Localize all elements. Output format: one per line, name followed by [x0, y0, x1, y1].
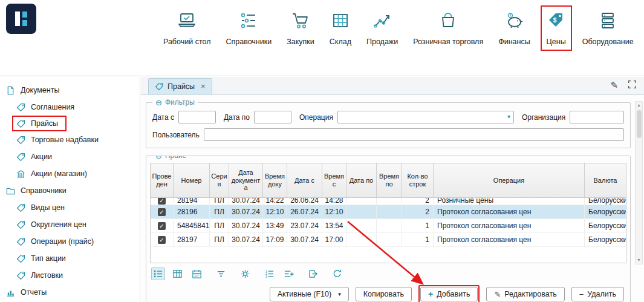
operation-select[interactable]: ▾ [337, 111, 514, 123]
nav-item-retail[interactable]: Розничная торговля [411, 7, 486, 48]
nav-label: Финансы [498, 38, 530, 46]
sidebar-item-leaflets[interactable]: Листовки [0, 267, 140, 284]
nav-item-prices[interactable]: Цены [541, 5, 572, 51]
sidebar-item-agreements[interactable]: Соглашения [0, 99, 140, 116]
sidebar-item-price-operations[interactable]: Операции (прайс) [0, 233, 140, 250]
scrollbar-thumb[interactable] [637, 110, 642, 138]
tab-bar: Прайсы × ✎ [141, 77, 644, 95]
sidebar-item-promotions[interactable]: Акции [0, 148, 140, 165]
user-input[interactable] [204, 128, 624, 141]
piggy-bank-icon [503, 9, 525, 32]
checkbox-checked[interactable]: ✓ [158, 198, 166, 205]
copy-button[interactable]: Копировать [356, 287, 412, 301]
cell-number: 28197 [174, 233, 210, 246]
collapse-icon[interactable]: ⊖ [155, 156, 162, 160]
col-header-series[interactable]: Серия [210, 163, 229, 197]
cart-icon [290, 9, 311, 32]
edit-button[interactable]: ✎ Редактировать [486, 287, 564, 301]
export-icon[interactable] [306, 268, 320, 280]
col-header-currency[interactable]: Валюта [585, 163, 626, 197]
desktop-icon [176, 9, 198, 32]
col-header-operation[interactable]: Операция [434, 163, 585, 197]
sidebar-item-label: Листовки [31, 271, 63, 280]
cell-currency: Белорусский Г [585, 219, 626, 232]
nav-label: Розничная торговля [413, 38, 483, 46]
sidebar-item-label: Прайсы [31, 119, 58, 128]
nav-item-sales[interactable]: Продажи [364, 7, 400, 48]
checkbox-checked[interactable]: ✓ [158, 208, 166, 216]
active-filter-select[interactable]: Активные (F10) ▾ [270, 287, 349, 301]
cell-number: 28194 [174, 198, 210, 205]
sidebar-item-label: Отчеты [21, 288, 47, 297]
delete-button[interactable]: − Удалить [571, 287, 624, 301]
nav-item-catalogs[interactable]: Справочники [223, 7, 274, 48]
fullscreen-icon[interactable] [628, 80, 637, 91]
sidebar-item-promotions-store[interactable]: Акции (магазин) [0, 165, 140, 182]
table-row-selected[interactable]: ✓ 28196 ПЛ 30.07.24 12:10 26.07.24 12:10… [151, 205, 626, 219]
sidebar-item-price-rounding[interactable]: Округления цен [0, 216, 140, 233]
sidebar-item-catalogs[interactable]: Справочники [0, 182, 140, 199]
col-header-time-from[interactable]: Время с [322, 163, 346, 197]
sidebar-item-price-types[interactable]: Виды цен [0, 199, 140, 216]
cell-date-to [346, 233, 377, 246]
organization-input[interactable] [570, 111, 624, 123]
cell-time-from: 14:28 [322, 198, 346, 205]
view-list-icon[interactable] [151, 268, 165, 280]
settings-gear-icon[interactable] [238, 268, 252, 280]
nav-item-desktop[interactable]: Рабочий стол [161, 7, 213, 48]
sidebar-item-documents[interactable]: Документы [0, 82, 140, 99]
sidebar-item-trade-markups[interactable]: Торговые надбавки [0, 131, 140, 148]
tag-icon [16, 136, 25, 145]
nav-item-purchases[interactable]: Закупки [284, 7, 317, 48]
nav-label: Рабочий стол [163, 38, 210, 46]
checkbox-checked[interactable]: ✓ [158, 236, 166, 244]
sidebar-item-reports[interactable]: Отчеты [0, 284, 140, 301]
date-to-input[interactable] [254, 111, 291, 123]
filter-icon[interactable] [214, 268, 228, 280]
col-header-number[interactable]: Номер [174, 163, 210, 197]
add-button[interactable]: + Добавить [420, 287, 478, 301]
nav-item-equipment[interactable]: Оборудование [580, 7, 636, 48]
sidebar-item-pricelists[interactable]: Прайсы [12, 116, 67, 131]
checkbox-checked[interactable]: ✓ [158, 222, 166, 230]
edit-pencil-icon[interactable]: ✎ [610, 80, 618, 91]
refresh-icon[interactable] [330, 268, 344, 280]
catalog-list-icon [238, 9, 259, 32]
calendar-icon[interactable] [190, 268, 204, 280]
scroll-up-icon[interactable]: ▲ [636, 102, 642, 109]
cell-series: ПЛ [210, 198, 229, 205]
col-header-row-count[interactable]: Кол-во строк [402, 163, 434, 197]
table-row[interactable]: ✓ 28194 ПЛ 30.07.24 14:22 26.06.24 14:28… [151, 198, 626, 205]
col-header-date-to[interactable]: Дата по [346, 163, 377, 197]
cell-date-from: 26.06.24 [287, 198, 322, 205]
table-row[interactable]: ✓ 28197 ПЛ 30.07.24 17:09 30.07.24 17:00… [151, 233, 626, 247]
nav-item-finance[interactable]: Финансы [496, 7, 532, 48]
app-window: Рабочий стол Справочники Закупки Склад П… [0, 0, 644, 302]
documents-icon [6, 86, 15, 95]
cell-doc-date: 30.07.24 [229, 198, 263, 205]
plus-icon: + [428, 290, 433, 298]
col-header-date-from[interactable]: Дата с [287, 163, 322, 197]
cell-number: 54845841 [174, 219, 210, 232]
close-icon[interactable]: × [201, 82, 206, 91]
tab-label: Прайсы [168, 82, 195, 91]
scroll-down-icon[interactable]: ▼ [636, 257, 642, 264]
date-from-input[interactable] [178, 111, 216, 123]
collapse-icon[interactable]: ⊖ [155, 99, 162, 107]
vertical-scrollbar[interactable]: ▲ ▼ [635, 101, 643, 264]
add-list-icon[interactable] [282, 268, 296, 280]
tab-pricelists[interactable]: Прайсы × [148, 78, 212, 94]
table-row[interactable]: ✓ 54845841 ПЛ 30.07.24 13:49 23.07.24 13… [151, 219, 626, 233]
store-icon [16, 169, 25, 179]
nav-item-warehouse[interactable]: Склад [327, 7, 354, 48]
filters-row-2: Пользователь [152, 128, 624, 141]
col-header-doc-date[interactable]: Дата документа [229, 163, 263, 197]
col-header-doc-time[interactable]: Время доку [263, 163, 287, 197]
col-header-time-to[interactable]: Время по [377, 163, 402, 197]
view-table-icon[interactable] [171, 268, 184, 280]
numbered-list-icon[interactable] [262, 268, 276, 280]
sidebar-item-label: Округления цен [31, 220, 86, 229]
sidebar-item-promotion-type[interactable]: Тип акции [0, 250, 140, 267]
cell-time-to [377, 198, 402, 205]
col-header-posted[interactable]: Проведен [151, 163, 174, 197]
